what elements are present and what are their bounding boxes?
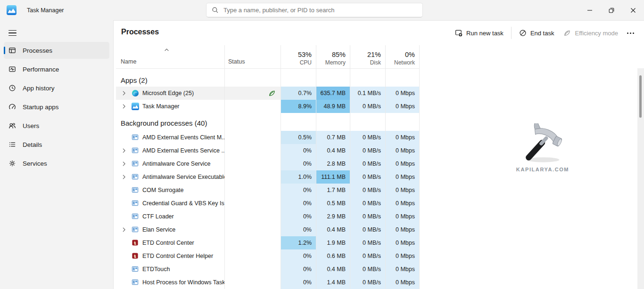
process-row[interactable]: AMD External Events Client M...0.5%0.7 M… xyxy=(116,131,420,144)
process-row[interactable]: Task Manager8.9%48.9 MB0 MB/s0 Mbps xyxy=(116,100,420,113)
memory-column-header[interactable]: 85% Memory xyxy=(316,45,350,68)
efficiency-mode-button[interactable]: Efficiency mode xyxy=(559,26,623,40)
process-row[interactable]: CTF Loader0%2.9 MB0 MB/s0 Mbps xyxy=(116,210,420,223)
run-new-task-icon xyxy=(455,29,462,37)
process-row[interactable]: ETD Control Center1.2%1.9 MB0 MB/s0 Mbps xyxy=(116,236,420,249)
process-name: Antimalware Core Service xyxy=(142,161,211,167)
sidebar-item-services[interactable]: Services xyxy=(4,155,109,172)
search-box[interactable] xyxy=(206,3,423,17)
memory-cell: 635.7 MB xyxy=(316,87,350,100)
navigation-menu-button[interactable] xyxy=(3,25,21,41)
process-name: Task Manager xyxy=(142,103,180,110)
status-cell xyxy=(225,87,281,100)
process-row[interactable]: Host Process for Windows Tasks0%1.4 MB0 … xyxy=(116,276,420,289)
task-manager-app-icon xyxy=(7,5,17,15)
sidebar-item-details[interactable]: Details xyxy=(4,136,109,153)
page-title: Processes xyxy=(121,28,159,36)
expand-chevron-icon[interactable] xyxy=(121,147,127,154)
network-cell: 0 Mbps xyxy=(386,87,420,100)
expand-chevron-icon[interactable] xyxy=(121,226,127,233)
run-new-task-button[interactable]: Run new task xyxy=(450,26,508,40)
more-options-button[interactable] xyxy=(623,28,638,39)
status-column-header[interactable]: Status xyxy=(225,45,281,68)
disk-column-header[interactable]: 21% Disk xyxy=(350,45,386,68)
memory-cell: 111.1 MB xyxy=(316,170,350,184)
status-cell xyxy=(225,184,281,197)
sidebar-item-performance[interactable]: Performance xyxy=(4,61,109,78)
network-cell: 0 Mbps xyxy=(386,276,420,289)
cpu-column-header[interactable]: 53% CPU xyxy=(281,45,316,68)
cpu-header-label: CPU xyxy=(300,59,312,66)
network-cell: 0 Mbps xyxy=(386,236,420,249)
selected-accent-bar xyxy=(4,47,5,54)
process-name: Antimalware Service Executable xyxy=(142,174,225,180)
sidebar-item-users[interactable]: Users xyxy=(4,117,109,134)
generic-process-icon xyxy=(132,147,139,154)
process-row[interactable]: Antimalware Service Executable1.0%111.1 … xyxy=(116,170,420,184)
expand-chevron-icon[interactable] xyxy=(121,174,127,180)
sort-ascending-caret-icon xyxy=(164,47,170,55)
process-row[interactable]: ETDTouch0%0.4 MB0 MB/s0 Mbps xyxy=(116,263,420,276)
process-row[interactable]: Elan Service0%0.4 MB0 MB/s0 Mbps xyxy=(116,223,420,236)
expand-chevron-icon[interactable] xyxy=(121,90,127,96)
status-cell xyxy=(225,236,281,249)
status-cell xyxy=(225,223,281,236)
memory-cell: 0.6 MB xyxy=(316,249,350,263)
memory-cell: 0.7 MB xyxy=(316,131,350,144)
end-task-label: End task xyxy=(530,30,554,37)
cpu-cell: 8.9% xyxy=(281,100,316,113)
name-column-header[interactable]: Name xyxy=(116,45,225,68)
process-row[interactable]: ETD Control Center Helper0%0.6 MB0 MB/s0… xyxy=(116,249,420,263)
process-row[interactable]: COM Surrogate0%1.7 MB0 MB/s0 Mbps xyxy=(116,184,420,197)
network-cell: 0 Mbps xyxy=(386,249,420,263)
disk-cell: 0 MB/s xyxy=(350,223,386,236)
process-row[interactable]: Antimalware Core Service0%2.8 MB0 MB/s0 … xyxy=(116,157,420,170)
scrollbar-thumb[interactable] xyxy=(639,75,642,118)
users-icon xyxy=(8,122,16,129)
generic-process-icon xyxy=(132,265,139,273)
network-header-label: Network xyxy=(394,59,415,66)
search-icon xyxy=(212,7,219,14)
process-name: ETD Control Center xyxy=(142,240,194,246)
generic-process-icon xyxy=(132,213,139,220)
vertical-scrollbar[interactable] xyxy=(637,68,644,289)
sidebar-item-app-history[interactable]: App history xyxy=(4,80,109,96)
sidebar-item-startup-apps[interactable]: Startup apps xyxy=(4,98,109,115)
memory-total-percent: 85% xyxy=(332,51,346,58)
restore-button[interactable] xyxy=(601,0,622,20)
process-group-header[interactable]: Background processes (40) xyxy=(116,116,420,129)
disk-cell: 0 MB/s xyxy=(350,249,386,263)
watermark-text: KAPILARYA.COM xyxy=(491,167,594,172)
app-history-icon xyxy=(8,84,16,92)
process-row[interactable]: Credential Guard & VBS Key Is...0%0.5 MB… xyxy=(116,197,420,210)
end-task-button[interactable]: End task xyxy=(514,26,559,40)
memory-cell: 0.5 MB xyxy=(316,197,350,210)
minimize-button[interactable] xyxy=(579,0,601,20)
efficiency-mode-label: Efficiency mode xyxy=(575,30,618,37)
sidebar-item-label: Services xyxy=(23,160,47,167)
sidebar-item-processes[interactable]: Processes xyxy=(4,42,109,59)
table-header: Name Status 53% CPU 85% Memory 21% Disk … xyxy=(116,45,420,69)
process-name: CTF Loader xyxy=(142,213,174,220)
cpu-cell: 0% xyxy=(281,263,316,276)
process-row[interactable]: AMD External Events Service ...0%0.4 MB0… xyxy=(116,144,420,157)
memory-cell: 0.4 MB xyxy=(316,223,350,236)
process-group-header[interactable]: Apps (2) xyxy=(116,73,420,87)
efficiency-leaf-icon xyxy=(268,89,276,97)
search-input[interactable] xyxy=(223,7,417,14)
sidebar: ProcessesPerformanceApp historyStartup a… xyxy=(0,20,113,289)
sidebar-item-label: Users xyxy=(23,122,39,129)
expand-chevron-icon[interactable] xyxy=(121,103,127,110)
cpu-cell: 0% xyxy=(281,184,316,197)
close-button[interactable] xyxy=(622,0,644,20)
network-cell: 0 Mbps xyxy=(386,144,420,157)
run-new-task-label: Run new task xyxy=(466,30,504,37)
name-header-label: Name xyxy=(121,58,136,65)
network-column-header[interactable]: 0% Network xyxy=(386,45,420,68)
network-cell: 0 Mbps xyxy=(386,157,420,170)
disk-cell: 0 MB/s xyxy=(350,100,386,113)
sidebar-item-label: Details xyxy=(23,141,42,148)
network-cell: 0 Mbps xyxy=(386,184,420,197)
expand-chevron-icon[interactable] xyxy=(121,161,127,167)
process-row[interactable]: Microsoft Edge (25)0.7%635.7 MB0.1 MB/s0… xyxy=(116,87,420,100)
